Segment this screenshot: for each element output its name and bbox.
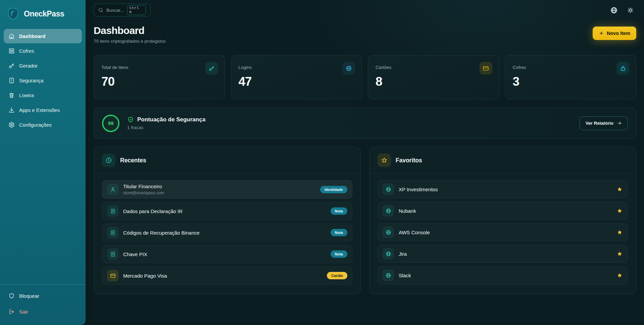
logout-icon xyxy=(8,309,15,315)
topbar-actions xyxy=(610,6,634,14)
star-filled-icon[interactable] xyxy=(616,272,623,279)
note-icon xyxy=(110,208,116,214)
note-icon xyxy=(110,230,116,236)
stat-value: 70 xyxy=(101,75,217,89)
stat-card-cartoes[interactable]: Cartões8 xyxy=(368,55,499,99)
recent-item-chave-pix[interactable]: Chave PIXNota xyxy=(102,245,352,263)
shield-logo-icon xyxy=(6,7,20,21)
page-header: Dashboard 70 itens criptografados e prot… xyxy=(94,25,636,44)
security-title: Pontuação de Segurança xyxy=(137,116,205,123)
security-subtitle: 1 fracas xyxy=(127,125,205,130)
recent-item-mercado-pago-visa[interactable]: Mercado Pago VisaCartão xyxy=(102,267,352,285)
stat-value: 3 xyxy=(513,75,629,89)
globe-icon-badge xyxy=(383,205,394,216)
vault-icon xyxy=(8,48,15,54)
note-icon-badge xyxy=(107,205,118,217)
app-title: OneckPass xyxy=(24,9,64,18)
globe-icon-badge xyxy=(383,270,394,281)
recent-item-texts: Titular Financeirostore@oneckpass.com xyxy=(123,184,315,195)
sidebar-footer-item-bloquear[interactable]: Bloquear xyxy=(4,289,82,303)
sun-icon xyxy=(627,7,634,14)
recent-item-texts: Chave PIX xyxy=(123,251,326,257)
star-filled-icon[interactable] xyxy=(616,186,623,193)
recents-header: Recentes xyxy=(94,147,360,174)
security-score-ring: 99 xyxy=(102,115,119,132)
star-filled-icon[interactable] xyxy=(616,208,623,214)
globe-icon xyxy=(386,230,391,235)
stat-card-logins[interactable]: Logins47 xyxy=(231,55,362,99)
favorite-item-nubank[interactable]: Nubank xyxy=(378,202,628,220)
recent-item-subtitle: store@oneckpass.com xyxy=(123,191,315,195)
search-placeholder: Buscar... xyxy=(106,8,124,13)
search-input[interactable]: Buscar... Ctrl K xyxy=(94,4,150,16)
new-item-button[interactable]: Novo Item xyxy=(593,27,636,40)
recents-panel: Recentes Titular Financeirostore@oneckpa… xyxy=(94,147,361,294)
sidebar-item-cofres[interactable]: Cofres xyxy=(4,44,82,58)
globe-icon xyxy=(386,187,391,192)
sidebar-spacer xyxy=(0,132,86,284)
download-icon xyxy=(8,107,15,113)
favorite-item-xp-investimentos[interactable]: XP Investimentos xyxy=(378,180,628,198)
sidebar-item-configuracoes[interactable]: Configurações xyxy=(4,118,82,132)
recent-item-titular-financeiro[interactable]: Titular Financeirostore@oneckpass.comIde… xyxy=(102,180,352,199)
favorite-item-title: Slack xyxy=(399,273,411,278)
globe-icon xyxy=(386,251,391,257)
favorite-item-title: XP Investimentos xyxy=(399,187,438,192)
recent-item-texts: Mercado Pago Visa xyxy=(123,273,322,279)
theme-toggle-button[interactable] xyxy=(627,7,634,14)
favorite-item-slack[interactable]: Slack xyxy=(378,266,628,284)
favorite-item-title: Jira xyxy=(399,251,407,257)
star-filled-icon[interactable] xyxy=(616,251,623,257)
stat-label: Total de Itens xyxy=(101,65,217,70)
stat-card-cofres[interactable]: Cofres3 xyxy=(505,55,637,99)
item-type-badge: Nota xyxy=(331,250,347,258)
item-type-badge: Cartão xyxy=(327,272,347,279)
sidebar-item-label: Cofres xyxy=(19,48,34,54)
item-type-badge: Identidade xyxy=(320,186,347,193)
recent-item-title: Mercado Pago Visa xyxy=(123,273,322,279)
app-root: OneckPass DashboardCofresGeradorSeguranç… xyxy=(0,0,644,325)
sidebar-item-gerador[interactable]: Gerador xyxy=(4,58,82,73)
credit-card-icon-badge xyxy=(480,62,492,75)
key-round-icon-badge xyxy=(205,62,218,75)
recent-item-title: Chave PIX xyxy=(123,251,326,257)
favorite-item-title: Nubank xyxy=(399,208,416,214)
sidebar-footer-label: Sair xyxy=(19,309,28,315)
user-icon-badge xyxy=(107,184,118,195)
language-globe-button[interactable] xyxy=(610,6,618,14)
shield-icon xyxy=(8,293,15,299)
stat-value: 8 xyxy=(376,75,492,89)
stat-card-total-de-itens[interactable]: Total de Itens70 xyxy=(94,55,225,99)
plus-icon xyxy=(599,31,604,36)
favorites-panel: Favoritos XP InvestimentosNubankAWS Cons… xyxy=(369,147,636,294)
note-icon-badge xyxy=(107,227,118,238)
recent-item-title: Titular Financeiro xyxy=(123,184,315,189)
sidebar: OneckPass DashboardCofresGeradorSeguranç… xyxy=(0,0,86,325)
view-report-button[interactable]: Ver Relatório xyxy=(580,116,628,130)
app-logo: OneckPass xyxy=(0,0,86,29)
trash-icon xyxy=(8,92,15,98)
favorite-item-jira[interactable]: Jira xyxy=(378,245,628,263)
shield-check-icon xyxy=(127,116,134,123)
credit-card-icon-badge xyxy=(107,270,118,281)
sidebar-item-apps-e-extensoes[interactable]: Apps e Extensões xyxy=(4,103,82,117)
sidebar-item-label: Apps e Extensões xyxy=(19,107,60,113)
star-filled-icon[interactable] xyxy=(616,229,623,236)
home-icon xyxy=(8,33,15,39)
stat-label: Cartões xyxy=(376,65,492,70)
stat-value: 47 xyxy=(239,75,355,89)
sidebar-item-seguranca[interactable]: Segurança xyxy=(4,73,82,88)
sidebar-item-lixeira[interactable]: Lixeira xyxy=(4,88,82,103)
stats-row: Total de Itens70Logins47Cartões8Cofres3 xyxy=(94,55,636,99)
favorite-item-aws-console[interactable]: AWS Console xyxy=(378,223,628,241)
main-area: Buscar... Ctrl K Dashboard 70 itens crip… xyxy=(86,0,644,325)
sidebar-footer-item-sair[interactable]: Sair xyxy=(4,304,82,319)
new-item-label: Novo Item xyxy=(607,31,630,36)
sidebar-footer-label: Bloquear xyxy=(19,293,39,299)
recent-item-codigos-de-recuperacao-binance[interactable]: Códigos de Recuperação BinanceNota xyxy=(102,224,352,242)
sidebar-item-dashboard[interactable]: Dashboard xyxy=(4,29,82,43)
favorite-item-title: AWS Console xyxy=(399,230,430,235)
favorites-list: XP InvestimentosNubankAWS ConsoleJiraSla… xyxy=(369,174,636,291)
recent-item-dados-para-declaracao-ir[interactable]: Dados para Declaração IRNota xyxy=(102,202,352,220)
star-icon-badge xyxy=(378,154,391,167)
